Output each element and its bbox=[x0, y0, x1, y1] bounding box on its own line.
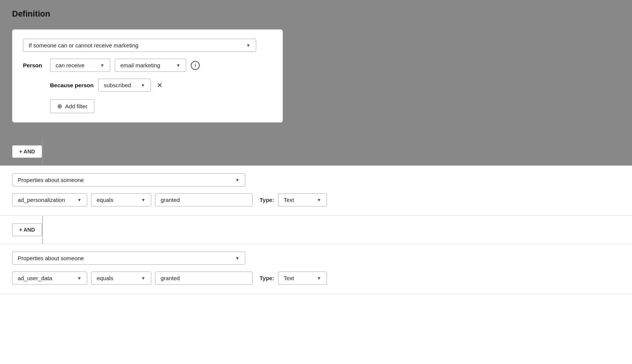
condition2-operator-value: equals bbox=[97, 275, 113, 281]
condition-block-1: Properties about someone ▼ ad_personaliz… bbox=[0, 165, 632, 216]
condition2-category-dropdown[interactable]: Properties about someone ▼ bbox=[12, 252, 245, 265]
condition2-type-value: Text bbox=[284, 275, 294, 281]
can-receive-dropdown[interactable]: can receive ▼ bbox=[50, 59, 110, 72]
main-condition-value: If someone can or cannot receive marketi… bbox=[29, 42, 138, 49]
info-icon[interactable]: i bbox=[191, 61, 200, 70]
can-receive-arrow-icon: ▼ bbox=[100, 63, 105, 68]
condition2-operator-arrow-icon: ▼ bbox=[141, 276, 146, 281]
add-filter-button[interactable]: ⊕ Add filter bbox=[50, 99, 94, 113]
condition2-row: ad_user_data ▼ equals ▼ Type: Text ▼ bbox=[12, 271, 620, 285]
condition2-category-value: Properties about someone bbox=[18, 255, 84, 261]
subscribed-dropdown[interactable]: subscribed ▼ bbox=[98, 79, 151, 92]
subscribed-arrow-icon: ▼ bbox=[141, 83, 145, 88]
condition-block-2: Properties about someone ▼ ad_user_data … bbox=[0, 244, 632, 294]
condition2-type-dropdown[interactable]: Text ▼ bbox=[278, 271, 327, 285]
condition1-category-value: Properties about someone bbox=[18, 177, 84, 183]
condition1-property-dropdown[interactable]: ad_personalization ▼ bbox=[12, 193, 87, 206]
condition1-operator-arrow-icon: ▼ bbox=[141, 197, 146, 203]
vertical-connector-1 bbox=[42, 138, 43, 165]
main-condition-arrow-icon: ▼ bbox=[246, 43, 251, 48]
condition2-property-value: ad_user_data bbox=[18, 275, 52, 281]
condition1-type-label: Type: bbox=[260, 197, 274, 203]
condition1-operator-value: equals bbox=[97, 197, 113, 203]
and-section-1: + AND bbox=[0, 138, 632, 165]
filter-icon: ⊕ bbox=[57, 103, 62, 110]
subscribed-value: subscribed bbox=[104, 82, 131, 88]
person-row: Person can receive ▼ email marketing ▼ i bbox=[23, 59, 272, 72]
condition2-type-arrow-icon: ▼ bbox=[317, 276, 321, 281]
condition1-operator-dropdown[interactable]: equals ▼ bbox=[91, 193, 151, 206]
condition2-value-input[interactable] bbox=[155, 271, 253, 285]
and-button-2[interactable]: + AND bbox=[12, 223, 42, 236]
condition2-type-label: Type: bbox=[260, 275, 274, 281]
main-dropdown-row: If someone can or cannot receive marketi… bbox=[23, 39, 272, 52]
remove-filter-button[interactable]: ✕ bbox=[155, 80, 164, 91]
condition1-category-dropdown[interactable]: Properties about someone ▼ bbox=[12, 173, 245, 187]
condition2-category-arrow-icon: ▼ bbox=[235, 256, 240, 261]
main-condition-dropdown[interactable]: If someone can or cannot receive marketi… bbox=[23, 39, 256, 52]
can-receive-value: can receive bbox=[56, 62, 85, 68]
condition2-property-arrow-icon: ▼ bbox=[77, 276, 82, 281]
condition1-value-input[interactable] bbox=[155, 193, 253, 206]
condition1-category-row: Properties about someone ▼ bbox=[12, 173, 620, 187]
condition1-type-arrow-icon: ▼ bbox=[317, 197, 321, 203]
condition2-property-dropdown[interactable]: ad_user_data ▼ bbox=[12, 271, 87, 285]
condition1-type-dropdown[interactable]: Text ▼ bbox=[278, 193, 327, 206]
condition2-operator-dropdown[interactable]: equals ▼ bbox=[91, 271, 151, 285]
because-label: Because person bbox=[50, 82, 94, 88]
because-row: Because person subscribed ▼ ✕ bbox=[50, 79, 272, 92]
top-section: Definition If someone can or cannot rece… bbox=[0, 0, 632, 138]
page-title: Definition bbox=[12, 9, 620, 19]
and-button-1[interactable]: + AND bbox=[12, 145, 42, 158]
email-marketing-value: email marketing bbox=[120, 62, 160, 68]
condition1-type-value: Text bbox=[284, 197, 294, 203]
person-label: Person bbox=[23, 62, 46, 68]
condition1-property-arrow-icon: ▼ bbox=[77, 197, 82, 203]
and-section-2: + AND bbox=[0, 216, 632, 244]
email-marketing-arrow-icon: ▼ bbox=[176, 63, 181, 68]
condition1-property-value: ad_personalization bbox=[18, 197, 65, 203]
top-card: If someone can or cannot receive marketi… bbox=[12, 29, 283, 123]
condition2-category-row: Properties about someone ▼ bbox=[12, 252, 620, 265]
email-marketing-dropdown[interactable]: email marketing ▼ bbox=[115, 59, 186, 72]
vertical-connector-2 bbox=[42, 216, 43, 244]
condition1-row: ad_personalization ▼ equals ▼ Type: Text… bbox=[12, 193, 620, 206]
condition1-category-arrow-icon: ▼ bbox=[235, 177, 240, 183]
add-filter-label: Add filter bbox=[65, 103, 87, 109]
